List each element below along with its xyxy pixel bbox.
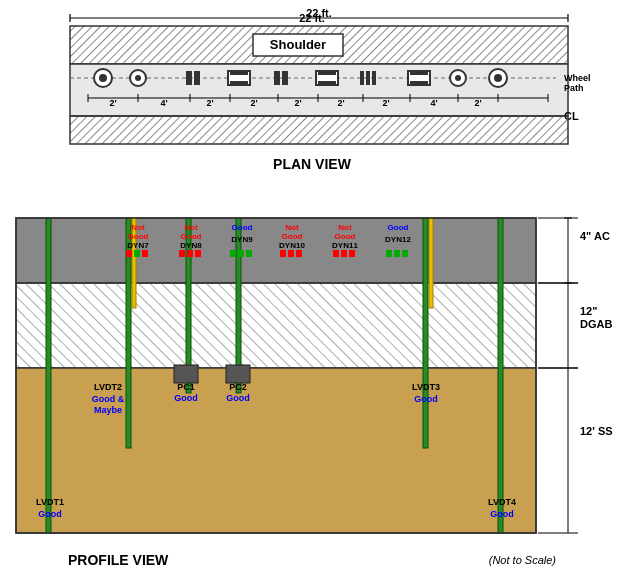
svg-rect-14 xyxy=(70,116,568,144)
svg-rect-92 xyxy=(134,250,140,257)
dimension-label: 22 ft. xyxy=(299,12,325,24)
svg-text:Good: Good xyxy=(128,232,149,241)
svg-rect-121 xyxy=(402,250,408,257)
svg-rect-116 xyxy=(349,250,355,257)
svg-rect-85 xyxy=(423,218,428,448)
svg-rect-24 xyxy=(274,71,280,85)
svg-text:Good: Good xyxy=(490,509,514,519)
svg-rect-19 xyxy=(186,71,192,85)
svg-text:4': 4' xyxy=(430,98,437,108)
svg-text:LVDT3: LVDT3 xyxy=(412,382,440,392)
svg-rect-122 xyxy=(174,365,198,383)
svg-text:Good: Good xyxy=(414,394,438,404)
svg-rect-63 xyxy=(16,283,536,368)
svg-text:Path: Path xyxy=(564,83,584,93)
svg-point-16 xyxy=(99,74,107,82)
svg-rect-30 xyxy=(366,71,370,85)
svg-point-38 xyxy=(494,74,502,82)
svg-text:Good: Good xyxy=(388,223,409,232)
profile-view-svg: 4" AC 12" DGAB 12' SS xyxy=(8,210,616,550)
svg-text:Not: Not xyxy=(285,223,299,232)
svg-text:Good: Good xyxy=(226,393,250,403)
svg-rect-103 xyxy=(238,250,244,257)
svg-rect-28 xyxy=(318,81,336,85)
svg-text:12' SS: 12' SS xyxy=(580,425,613,437)
svg-text:12": 12" xyxy=(580,305,597,317)
svg-text:PC2: PC2 xyxy=(229,382,247,392)
svg-text:DYN10: DYN10 xyxy=(279,241,305,250)
profile-view-section: 4" AC 12" DGAB 12' SS xyxy=(8,210,616,568)
svg-text:DYN8: DYN8 xyxy=(180,241,202,250)
svg-text:2': 2' xyxy=(109,98,116,108)
plan-view-svg: 22 ft. Shoulder Wheel Path xyxy=(8,8,616,208)
svg-text:2': 2' xyxy=(294,98,301,108)
svg-text:Maybe: Maybe xyxy=(94,405,122,415)
profile-view-title: PROFILE VIEW xyxy=(68,552,168,568)
svg-text:DYN9: DYN9 xyxy=(231,235,253,244)
svg-text:2': 2' xyxy=(474,98,481,108)
svg-text:Not: Not xyxy=(338,223,352,232)
svg-rect-80 xyxy=(46,218,51,533)
svg-text:Shoulder: Shoulder xyxy=(270,37,326,52)
plan-view-section: 22 ft. 22 ft. Shoulder xyxy=(8,8,616,208)
svg-text:Good: Good xyxy=(38,509,62,519)
svg-rect-93 xyxy=(142,250,148,257)
svg-text:LVDT1: LVDT1 xyxy=(36,497,64,507)
svg-text:DYN11: DYN11 xyxy=(332,241,358,250)
svg-rect-99 xyxy=(195,250,201,257)
svg-rect-114 xyxy=(333,250,339,257)
svg-text:Good: Good xyxy=(232,223,253,232)
svg-text:2': 2' xyxy=(250,98,257,108)
svg-rect-34 xyxy=(410,81,428,85)
svg-text:4': 4' xyxy=(160,98,167,108)
svg-rect-23 xyxy=(230,81,248,85)
svg-text:4" AC: 4" AC xyxy=(580,230,610,242)
svg-text:LVDT2: LVDT2 xyxy=(94,382,122,392)
svg-rect-104 xyxy=(246,250,252,257)
svg-text:LVDT4: LVDT4 xyxy=(488,497,516,507)
svg-text:DGAB: DGAB xyxy=(580,318,612,330)
svg-point-18 xyxy=(135,75,141,81)
svg-text:Good: Good xyxy=(335,232,356,241)
svg-rect-29 xyxy=(360,71,364,85)
svg-text:Good: Good xyxy=(181,232,202,241)
svg-text:2': 2' xyxy=(382,98,389,108)
svg-rect-22 xyxy=(230,71,248,75)
profile-view-footer: PROFILE VIEW (Not to Scale) xyxy=(8,550,616,568)
svg-rect-102 xyxy=(230,250,236,257)
svg-text:Good: Good xyxy=(282,232,303,241)
svg-rect-33 xyxy=(410,71,428,75)
svg-rect-25 xyxy=(282,71,288,85)
main-container: 22 ft. 22 ft. Shoulder xyxy=(0,0,624,570)
svg-text:Wheel: Wheel xyxy=(564,73,591,83)
svg-rect-86 xyxy=(429,218,433,308)
svg-text:Good: Good xyxy=(174,393,198,403)
svg-rect-62 xyxy=(16,218,536,283)
svg-text:2': 2' xyxy=(206,98,213,108)
svg-rect-27 xyxy=(318,71,336,75)
svg-rect-91 xyxy=(126,250,132,257)
plan-view-title: PLAN VIEW xyxy=(8,156,616,172)
plan-view-diagram: 22 ft. 22 ft. Shoulder xyxy=(8,8,616,208)
svg-rect-98 xyxy=(187,250,193,257)
svg-rect-64 xyxy=(16,368,536,533)
svg-text:DYN12: DYN12 xyxy=(385,235,411,244)
svg-rect-120 xyxy=(394,250,400,257)
svg-rect-125 xyxy=(226,365,250,383)
svg-text:Not: Not xyxy=(184,223,198,232)
svg-rect-97 xyxy=(179,250,185,257)
svg-rect-110 xyxy=(296,250,302,257)
svg-text:2': 2' xyxy=(337,98,344,108)
svg-rect-109 xyxy=(288,250,294,257)
svg-point-36 xyxy=(455,75,461,81)
svg-text:PC1: PC1 xyxy=(177,382,195,392)
svg-text:Not: Not xyxy=(131,223,145,232)
svg-text:DYN7: DYN7 xyxy=(127,241,149,250)
svg-text:Good &: Good & xyxy=(92,394,125,404)
svg-rect-115 xyxy=(341,250,347,257)
svg-rect-108 xyxy=(280,250,286,257)
not-to-scale-label: (Not to Scale) xyxy=(489,554,556,566)
svg-rect-87 xyxy=(498,218,503,533)
svg-rect-20 xyxy=(194,71,200,85)
svg-rect-119 xyxy=(386,250,392,257)
